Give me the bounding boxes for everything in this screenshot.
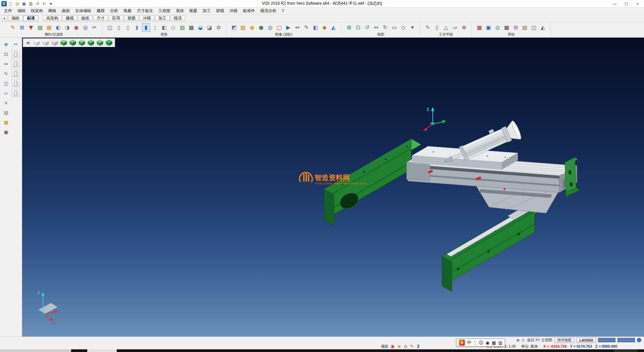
material-icon[interactable]: ●: [257, 23, 265, 32]
curvature-analysis-icon[interactable]: ◒: [196, 23, 205, 32]
view-custom-icon[interactable]: [96, 39, 104, 46]
zoom-fit-icon[interactable]: ⊡: [354, 23, 362, 32]
shaded-edges-mode-icon[interactable]: ▮: [142, 23, 150, 32]
menu-item[interactable]: 编辑: [15, 7, 28, 14]
tab[interactable]: 塑膜: [124, 15, 139, 21]
menu-item[interactable]: 文件: [1, 7, 15, 14]
menu-item[interactable]: 曲面: [59, 7, 72, 14]
view-current-icon[interactable]: [105, 39, 113, 46]
shadow-icon[interactable]: ◪: [205, 23, 214, 32]
tab[interactable]: 线架构: [43, 15, 62, 21]
iso-view-icon[interactable]: ◇: [399, 23, 408, 32]
3d-model-canvas[interactable]: Z 智造资料网 INTELLIGENT MANUFACTURING DATA: [22, 38, 644, 337]
filter-funnel-icon[interactable]: ▼: [27, 23, 35, 32]
new-file-icon[interactable]: ▢: [8, 1, 13, 6]
plot-icon[interactable]: ▣: [2, 128, 10, 136]
menu-item[interactable]: 线架构: [28, 7, 46, 14]
menu-item[interactable]: 塑模: [213, 7, 227, 14]
hidden-line-mode-icon[interactable]: ▯: [124, 23, 132, 32]
workplane-origin-icon[interactable]: ⊕: [460, 23, 468, 32]
menu-item[interactable]: 建模: [94, 7, 107, 14]
annotate-icon[interactable]: ✎: [302, 23, 311, 32]
cad-links-icon[interactable]: ◭: [539, 23, 547, 32]
globe-settings-icon[interactable]: ◎: [493, 23, 502, 32]
absolute-view-button[interactable]: 绝对视图: [554, 338, 575, 343]
no-render-icon[interactable]: ⊘: [214, 23, 223, 32]
delete-icon[interactable]: ×: [2, 99, 10, 106]
tab[interactable]: 冲模: [140, 15, 154, 21]
menu-item[interactable]: 系统: [173, 7, 186, 14]
render-settings-icon[interactable]: ◩: [230, 23, 238, 32]
tab[interactable]: 建模: [62, 15, 77, 21]
draft-analysis-icon[interactable]: ▨: [178, 23, 186, 32]
linestyle-phantom-icon[interactable]: [12, 79, 20, 87]
tab[interactable]: 模流: [170, 15, 185, 21]
view-side-icon[interactable]: [51, 39, 59, 46]
ime-mode-chinese[interactable]: 中: [467, 340, 471, 346]
refresh-view-icon[interactable]: ◫: [106, 23, 114, 32]
snapshot-tool-icon[interactable]: ◫: [530, 23, 538, 32]
snapshot-icon[interactable]: ▢: [275, 23, 283, 32]
unblank-elements-icon[interactable]: ◑: [63, 23, 71, 32]
clip-plane-icon[interactable]: ◭: [329, 23, 338, 32]
calculator-icon[interactable]: ⊞: [512, 23, 520, 32]
element-info-icon[interactable]: ◎: [81, 23, 90, 32]
database-icon[interactable]: ▤: [521, 23, 529, 32]
menu-item[interactable]: 尺寸标注: [134, 7, 156, 14]
os-taskbar[interactable]: [0, 349, 644, 352]
workplane-align-icon[interactable]: ◊: [433, 23, 441, 32]
rotate-view-icon[interactable]: ↻: [381, 23, 389, 32]
zoom-previous-icon[interactable]: ↺: [363, 23, 371, 32]
tab[interactable]: 编辑: [8, 15, 23, 21]
sogou-logo-icon[interactable]: S: [459, 340, 465, 346]
menu-item[interactable]: 分析: [107, 7, 121, 14]
ime-keyboard[interactable]: ▦: [492, 340, 496, 345]
ime-mic[interactable]: ◉: [486, 340, 489, 345]
mirror-icon[interactable]: ◫: [2, 79, 10, 87]
taskbar-item[interactable]: [87, 349, 117, 352]
ime-punctuation[interactable]: ’,: [474, 340, 476, 345]
shaded-mode-icon[interactable]: ▮: [133, 23, 141, 32]
blank-elements-icon[interactable]: ◐: [54, 23, 62, 32]
view-menu-icon[interactable]: ≡: [25, 39, 32, 46]
green-bracket[interactable]: [565, 158, 580, 196]
undo-icon[interactable]: ↺: [35, 1, 40, 6]
pan-view-icon[interactable]: ↔: [372, 23, 380, 32]
workplane-create-icon[interactable]: ✎: [424, 23, 432, 32]
view-dimetric-icon[interactable]: [78, 39, 86, 46]
minimize-button[interactable]: —: [609, 0, 621, 7]
view-top-icon[interactable]: [33, 39, 41, 46]
layer-button[interactable]: LAYER0: [577, 338, 596, 343]
menu-item[interactable]: 网格: [46, 7, 59, 14]
layers-icon[interactable]: ▤: [2, 108, 10, 116]
select-icon[interactable]: ⊕: [2, 40, 10, 48]
rotate-icon[interactable]: ↻: [2, 70, 10, 77]
app-logo-icon[interactable]: V: [1, 1, 7, 6]
filter-color-icon[interactable]: ▦: [45, 23, 53, 32]
menu-item[interactable]: ?: [279, 8, 287, 14]
tracking-dot-1-icon[interactable]: ◉: [517, 338, 520, 342]
maximize-button[interactable]: ▢: [621, 0, 632, 7]
highlight-element-icon[interactable]: ◉: [72, 23, 80, 32]
menu-item[interactable]: 冲模: [227, 7, 240, 14]
print-icon[interactable]: ▥: [28, 1, 34, 6]
close-button[interactable]: ×: [632, 0, 643, 7]
tab[interactable]: 标准: [23, 15, 38, 21]
move-icon[interactable]: ↔: [2, 60, 10, 68]
web-link-icon[interactable]: ◎: [403, 344, 408, 349]
zebra-analysis-icon[interactable]: ▩: [187, 23, 196, 32]
note-icon[interactable]: ✎: [409, 344, 415, 349]
ime-emoji[interactable]: ☺: [479, 340, 483, 345]
menu-item[interactable]: 加工: [200, 7, 213, 14]
save-file-icon[interactable]: ▣: [21, 1, 27, 6]
status-indicator-icon[interactable]: [637, 338, 641, 342]
color-table-icon[interactable]: ▦: [475, 23, 484, 32]
linestyle-hidden-icon[interactable]: [12, 89, 20, 97]
lighting-icon[interactable]: ◉: [248, 23, 256, 32]
view-iso-back-icon[interactable]: [69, 39, 77, 46]
tab[interactable]: 曲面: [78, 15, 93, 21]
tab[interactable]: 尺寸: [93, 15, 108, 21]
measure-icon[interactable]: ↔: [293, 23, 302, 32]
section-view-icon[interactable]: ◧: [160, 23, 168, 32]
filter-layer-icon[interactable]: ▤: [36, 23, 44, 32]
